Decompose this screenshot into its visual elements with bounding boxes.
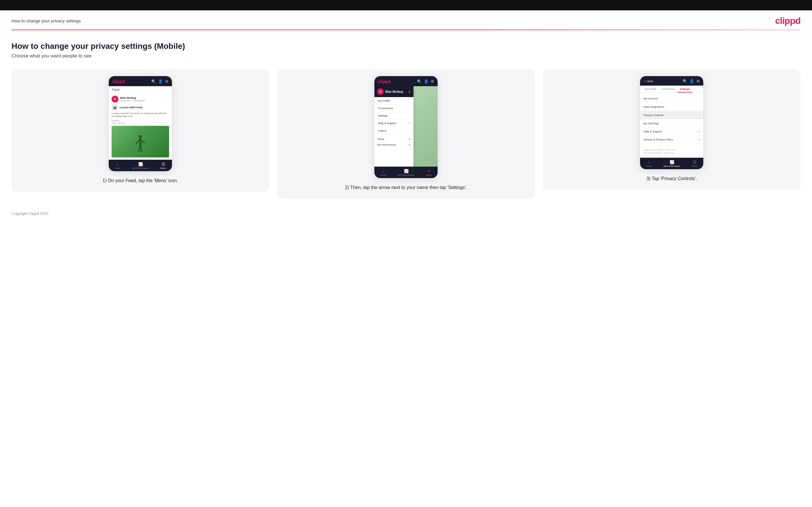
tab-myprofile[interactable]: My Profile bbox=[642, 86, 658, 93]
post-golf-image bbox=[111, 126, 169, 157]
footer-menu: ☰ Menu bbox=[160, 162, 166, 169]
phone2-nav-section: Home ∨ My Performance ∨ bbox=[374, 134, 413, 149]
footer-performance: 📈 My Performance bbox=[132, 162, 149, 169]
nav-home[interactable]: Home ∨ bbox=[377, 136, 411, 142]
version-info: Clippd Client Version: 2022.8.3-3 SQL Se… bbox=[640, 145, 703, 158]
menu-icon: ☰ bbox=[162, 162, 165, 166]
step-3-card: ‹ < Back 🔍 👤 ⚙ My Profile Connect bbox=[543, 69, 801, 190]
menu-icon-3: ☰ bbox=[693, 160, 697, 164]
page-header: How to change your privacy settings clip… bbox=[0, 10, 812, 30]
phone2-footer-home: ⌂ Home bbox=[380, 169, 386, 176]
tab-settings[interactable]: Settings bbox=[677, 86, 693, 93]
phone2-feed-background: B Blair McHarg ∧ My Profile Conn bbox=[374, 86, 438, 167]
lesson-icon: 📹 bbox=[111, 104, 118, 111]
search-icon-3: 🔍 bbox=[682, 79, 687, 83]
phone2-menu-list: My Profile Connections Settings Help & S… bbox=[374, 97, 413, 149]
phone2-logo: clippd bbox=[378, 79, 391, 84]
phone2-avatar: B bbox=[377, 89, 384, 95]
phone2-menu-header: B Blair McHarg ∧ bbox=[374, 86, 413, 97]
phone1-post: B Blair McHarg Yesterday · Sunningdale 📹… bbox=[109, 93, 172, 160]
chevron-down-perf: ∨ bbox=[409, 143, 411, 146]
lesson-title: Lesson with Fordy bbox=[119, 106, 143, 109]
performance-icon: 📈 bbox=[138, 162, 143, 166]
chevron-right-privacy: › bbox=[699, 113, 700, 117]
external-link-icon-help: ↗ bbox=[408, 122, 410, 125]
home-icon-2: ⌂ bbox=[382, 169, 385, 173]
footer-home: ⌂ Home bbox=[114, 162, 120, 169]
post-author-row: B Blair McHarg Yesterday · Sunningdale bbox=[111, 96, 169, 103]
menu-item-myprofile[interactable]: My Profile bbox=[374, 97, 413, 105]
performance-icon-2: 📈 bbox=[404, 169, 409, 173]
page-footer: Copyright Clippd 2022 bbox=[0, 205, 812, 221]
phone3-footer: ⌂ Home 📈 My Performance ☰ Menu bbox=[640, 158, 703, 169]
phone3-footer-home: ⌂ Home bbox=[646, 160, 652, 167]
page-title: How to change your privacy settings (Mob… bbox=[11, 42, 801, 51]
setting-my-account[interactable]: My Account › bbox=[640, 94, 703, 103]
post-author-meta: Yesterday · Sunningdale bbox=[120, 99, 145, 102]
home-icon-3: ⌂ bbox=[648, 160, 650, 164]
step-3-caption: 3) Tap 'Privacy Controls'. bbox=[646, 175, 697, 182]
phone1-footer: ⌂ Home 📈 My Performance ☰ Menu bbox=[109, 160, 172, 171]
search-icon-2: 🔍 bbox=[417, 79, 421, 83]
svg-line-5 bbox=[141, 140, 145, 143]
chevron-down-home: ∨ bbox=[409, 137, 411, 140]
menu-item-logout[interactable]: Logout bbox=[374, 127, 413, 134]
phone2-footer-menu: ✕ Menu bbox=[426, 169, 432, 176]
post-text: Looking to feel like my hands are exitin… bbox=[111, 112, 169, 118]
user-icon-3: 👤 bbox=[690, 79, 694, 83]
step-1-caption: 1) On your Feed, tap the 'Menu' icon. bbox=[102, 177, 178, 184]
phone1-header: clippd 🔍 👤 ⚙ bbox=[109, 76, 172, 86]
setting-my-golf-bag[interactable]: My Golf Bag › bbox=[640, 119, 703, 127]
settings-icon: ⚙ bbox=[165, 79, 168, 83]
phone1-logo: clippd bbox=[112, 79, 125, 84]
setting-help-support[interactable]: Help & Support ↗ bbox=[640, 127, 703, 135]
phone3-footer-menu: ☰ Menu bbox=[692, 160, 698, 167]
phone1-icons: 🔍 👤 ⚙ bbox=[151, 79, 168, 83]
menu-item-help[interactable]: Help & Support ↗ bbox=[374, 119, 413, 127]
svg-point-0 bbox=[139, 135, 142, 138]
settings-list: My Account › Data Integrations › Privacy… bbox=[640, 93, 703, 145]
setting-data-integrations[interactable]: Data Integrations › bbox=[640, 103, 703, 111]
copyright-text: Copyright Clippd 2022 bbox=[11, 211, 49, 216]
phone2-footer: ⌂ Home 📈 My Performance ✕ Menu bbox=[374, 167, 438, 178]
back-button[interactable]: ‹ < Back bbox=[644, 80, 653, 83]
svg-line-4 bbox=[136, 140, 140, 144]
phone3-header: ‹ < Back 🔍 👤 ⚙ bbox=[640, 76, 703, 86]
settings-icon-2: ⚙ bbox=[431, 79, 434, 83]
settings-icon-3: ⚙ bbox=[697, 79, 700, 83]
step-1-phone: clippd 🔍 👤 ⚙ Feed B Blair McHarg bbox=[109, 76, 172, 171]
post-lesson-row: 📹 Lesson with Fordy bbox=[111, 104, 169, 111]
nav-performance[interactable]: My Performance ∨ bbox=[377, 142, 411, 148]
phone3-footer-performance: 📈 My Performance bbox=[663, 160, 680, 167]
user-icon: 👤 bbox=[158, 79, 163, 83]
close-icon: ✕ bbox=[427, 169, 430, 173]
phone2-header: clippd 🔍 👤 ⚙ bbox=[374, 76, 438, 86]
chevron-left-icon: ‹ bbox=[644, 80, 644, 83]
post-duration: Duration 01 hr : 30 min bbox=[111, 119, 169, 124]
top-bar bbox=[0, 0, 812, 10]
phone2-username: Blair McHarg bbox=[385, 90, 403, 93]
golfer-silhouette-svg bbox=[133, 134, 148, 157]
phone2-chevron-up: ∧ bbox=[408, 90, 411, 94]
svg-rect-1 bbox=[139, 138, 142, 145]
header-breadcrumb: How to change your privacy settings bbox=[11, 18, 81, 23]
step-2-card: clippd 🔍 👤 ⚙ bbox=[277, 69, 535, 199]
main-content: How to change your privacy settings (Mob… bbox=[0, 30, 812, 205]
step-2-caption: 2) Then, tap the arrow next to your name… bbox=[345, 184, 467, 191]
tab-connections[interactable]: Connections bbox=[658, 86, 677, 93]
setting-privacy-controls[interactable]: Privacy Controls › bbox=[640, 111, 703, 119]
svg-line-3 bbox=[140, 145, 142, 152]
steps-row: clippd 🔍 👤 ⚙ Feed B Blair McHarg bbox=[11, 69, 801, 199]
post-author-info: Blair McHarg Yesterday · Sunningdale bbox=[120, 97, 145, 102]
step-2-phone: clippd 🔍 👤 ⚙ bbox=[374, 76, 438, 178]
menu-item-settings[interactable]: Settings bbox=[374, 112, 413, 119]
phone2-footer-performance: 📈 My Performance bbox=[398, 169, 415, 176]
chevron-right-data: › bbox=[699, 105, 700, 108]
setting-service-privacy[interactable]: Service & Privacy Policy ↗ bbox=[640, 135, 703, 144]
clippd-logo: clippd bbox=[775, 15, 801, 26]
menu-item-connections[interactable]: Connections bbox=[374, 105, 413, 112]
external-link-icon-policy: ↗ bbox=[698, 138, 700, 141]
performance-icon-3: 📈 bbox=[670, 160, 674, 164]
step-1-card: clippd 🔍 👤 ⚙ Feed B Blair McHarg bbox=[11, 69, 269, 192]
external-link-icon-help3: ↗ bbox=[698, 130, 700, 133]
